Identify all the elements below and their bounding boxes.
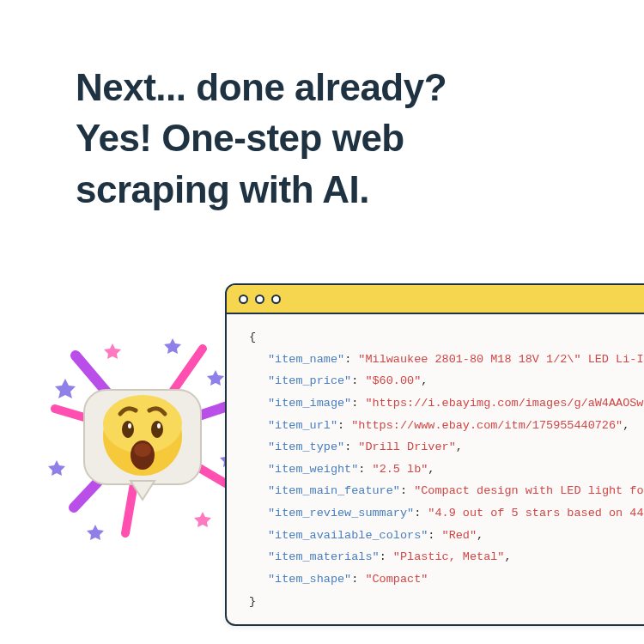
- json-key: "item_image": [268, 397, 351, 410]
- colon: :: [337, 419, 351, 432]
- headline-line-3: scraping with AI.: [76, 164, 447, 215]
- code-window: { "item_name": "Milwaukee 2801-80 M18 18…: [225, 283, 644, 626]
- colon: :: [351, 573, 365, 586]
- svg-point-24: [134, 443, 151, 457]
- json-value: "https://i.ebayimg.com/images/g/aW4AAOSw…: [365, 397, 644, 410]
- code-line: "item_materials": "Plastic, Metal",: [235, 546, 644, 568]
- window-titlebar: [227, 285, 644, 314]
- open-brace: {: [235, 326, 644, 349]
- json-value: "https://www.ebay.com/itm/175955440726": [351, 419, 623, 432]
- code-line: "item_shape": "Compact": [235, 568, 644, 591]
- json-value: "Compact design with LED light for v: [414, 484, 644, 497]
- json-key: "item_price": [268, 374, 351, 387]
- colon: :: [344, 440, 358, 453]
- code-line: "item_weight": "2.5 lb",: [235, 459, 644, 481]
- colon: :: [351, 397, 365, 410]
- trailing-comma: ,: [623, 419, 629, 432]
- headline: Next... done already? Yes! One-step web …: [76, 62, 447, 215]
- json-value: "Plastic, Metal": [393, 550, 505, 563]
- svg-marker-11: [87, 525, 104, 540]
- trailing-comma: ,: [504, 550, 511, 563]
- svg-point-20: [151, 421, 163, 438]
- json-key: "item_url": [268, 419, 337, 432]
- wow-emoji-sticker: [31, 323, 254, 546]
- window-control-dot: [271, 295, 281, 304]
- json-key: "item_review_summary": [268, 507, 414, 519]
- json-key: "item_shape": [268, 573, 351, 586]
- svg-marker-8: [207, 370, 224, 386]
- json-value: "$60.00": [365, 374, 421, 387]
- close-brace: }: [235, 591, 644, 613]
- svg-point-19: [122, 421, 134, 438]
- code-line: "item_price": "$60.00",: [235, 370, 644, 392]
- code-line: "item_type": "Drill Driver",: [235, 436, 644, 459]
- colon: :: [400, 484, 414, 497]
- json-value: "Drill Driver": [358, 440, 455, 453]
- code-line: "item_main_feature": "Compact design wit…: [235, 480, 644, 502]
- json-key: "item_available_colors": [268, 529, 428, 542]
- code-line: "item_review_summary": "4.9 out of 5 sta…: [235, 502, 644, 525]
- code-line: "item_url": "https://www.ebay.com/itm/17…: [235, 415, 644, 437]
- colon: :: [358, 463, 372, 476]
- headline-line-2: Yes! One-step web: [76, 112, 447, 163]
- colon: :: [414, 507, 428, 519]
- colon: :: [380, 550, 393, 563]
- json-key: "item_main_feature": [268, 484, 400, 497]
- json-key: "item_weight": [268, 463, 358, 476]
- trailing-comma: ,: [428, 463, 434, 476]
- json-output: { "item_name": "Milwaukee 2801-80 M18 18…: [227, 314, 644, 624]
- code-line: "item_name": "Milwaukee 2801-80 M18 18V …: [235, 349, 644, 371]
- colon: :: [351, 374, 365, 387]
- svg-point-21: [128, 423, 131, 428]
- code-line: "item_available_colors": "Red",: [235, 525, 644, 547]
- svg-marker-9: [48, 460, 65, 476]
- json-value: "Milwaukee 2801-80 M18 18V 1/2\" LED Li-…: [358, 353, 644, 366]
- svg-marker-14: [194, 512, 211, 527]
- trailing-comma: ,: [477, 529, 483, 542]
- json-value: "4.9 out of 5 stars based on 44 ra: [428, 507, 644, 519]
- svg-point-22: [157, 423, 161, 428]
- json-key: "item_materials": [268, 550, 380, 563]
- svg-marker-7: [55, 379, 76, 398]
- window-control-dot: [255, 295, 264, 304]
- svg-marker-12: [164, 338, 181, 354]
- json-value: "Red": [442, 529, 477, 542]
- svg-marker-13: [104, 343, 121, 359]
- json-key: "item_type": [268, 440, 344, 453]
- json-value: "Compact": [365, 573, 428, 586]
- json-key: "item_name": [268, 353, 344, 366]
- trailing-comma: ,: [421, 374, 428, 387]
- colon: :: [344, 353, 358, 366]
- trailing-comma: ,: [456, 440, 463, 453]
- colon: :: [428, 529, 441, 542]
- headline-line-1: Next... done already?: [76, 62, 447, 112]
- code-line: "item_image": "https://i.ebayimg.com/ima…: [235, 392, 644, 415]
- window-control-dot: [239, 295, 248, 304]
- json-value: "2.5 lb": [373, 463, 428, 476]
